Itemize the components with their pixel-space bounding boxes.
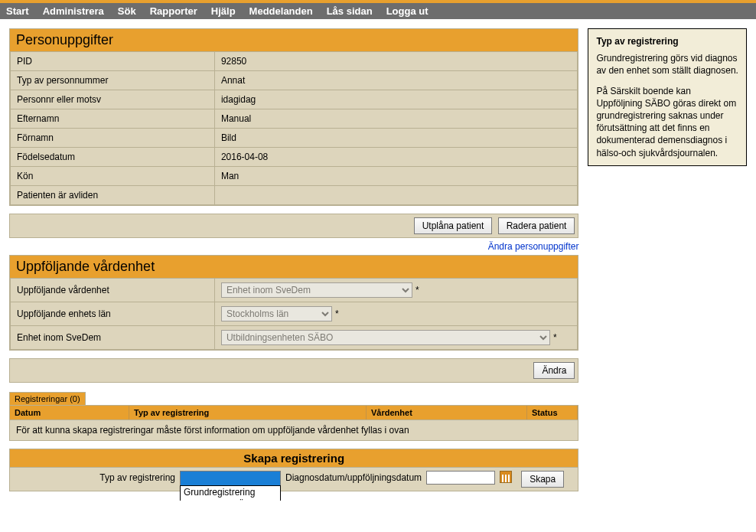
change-button[interactable]: Ändra bbox=[533, 362, 575, 379]
follow-key: Uppföljande enhets län bbox=[11, 302, 215, 326]
menu-meddelanden[interactable]: Meddelanden bbox=[249, 5, 313, 17]
follow-buttons: Ändra bbox=[9, 358, 578, 383]
create-row: Typ av registrering Grundregistrering Up… bbox=[9, 468, 578, 491]
reg-type-option[interactable]: Uppföljning SÄBO bbox=[181, 498, 280, 501]
required-star: * bbox=[335, 308, 339, 319]
menu-logga-ut[interactable]: Logga ut bbox=[386, 5, 429, 17]
follow-val: Enhet inom SveDem* bbox=[214, 279, 578, 302]
person-block: Personuppgifter PID92850 Typ av personnu… bbox=[9, 28, 578, 206]
person-key: Kön bbox=[11, 167, 215, 186]
menu-las-sidan[interactable]: Lås sidan bbox=[327, 5, 373, 17]
person-key: Födelsedatum bbox=[11, 148, 215, 167]
reg-type-dropdown: Grundregistrering Uppföljning SÄBO bbox=[180, 485, 281, 501]
follow-val: Utbildningsenheten SÄBO* bbox=[214, 326, 578, 350]
create-type-label: Typ av registrering bbox=[16, 471, 175, 483]
help-panel: Typ av registrering Grundregistrering gö… bbox=[588, 28, 747, 166]
person-val: Manual bbox=[214, 109, 578, 129]
help-text: På Särskilt boende kan Uppföljning SÄBO … bbox=[596, 85, 738, 159]
wipe-patient-button[interactable]: Utplåna patient bbox=[414, 217, 493, 234]
follow-unit-select[interactable]: Enhet inom SveDem bbox=[221, 282, 412, 298]
col-vardenhet: Vårdenhet bbox=[367, 406, 527, 419]
person-key: Efternamn bbox=[11, 109, 215, 129]
follow-header: Uppföljande vårdenhet bbox=[10, 256, 578, 278]
reg-type-option[interactable]: Grundregistrering bbox=[181, 486, 280, 498]
follow-key: Uppföljande vårdenhet bbox=[11, 279, 215, 302]
col-typ: Typ av registrering bbox=[129, 406, 367, 419]
person-key: PID bbox=[11, 52, 215, 71]
person-val bbox=[214, 186, 578, 205]
menu-hjalp[interactable]: Hjälp bbox=[211, 5, 236, 17]
follow-table: Uppföljande vårdenhet Enhet inom SveDem*… bbox=[10, 278, 578, 350]
person-val: 2016-04-08 bbox=[214, 148, 578, 167]
person-buttons: Utplåna patient Radera patient bbox=[9, 214, 578, 238]
person-val: Bild bbox=[214, 129, 578, 148]
col-status: Status bbox=[527, 406, 578, 419]
person-key: Typ av personnummer bbox=[11, 71, 215, 90]
help-title: Typ av registrering bbox=[596, 35, 738, 47]
registrations-head: Datum Typ av registrering Vårdenhet Stat… bbox=[9, 405, 578, 420]
delete-patient-button[interactable]: Radera patient bbox=[498, 217, 575, 234]
person-val: Annat bbox=[214, 71, 578, 90]
person-key: Förnamn bbox=[11, 129, 215, 148]
follow-val: Stockholms län* bbox=[214, 302, 578, 326]
person-val: Man bbox=[214, 167, 578, 186]
menu-start[interactable]: Start bbox=[6, 5, 29, 17]
create-header: Skapa registrering bbox=[9, 449, 578, 468]
diagnos-date-input[interactable] bbox=[426, 471, 495, 485]
follow-key: Enhet inom SveDem bbox=[11, 326, 215, 350]
required-star: * bbox=[415, 285, 419, 295]
create-date-label: Diagnosdatum/uppföljningsdatum bbox=[285, 471, 422, 483]
follow-block: Uppföljande vårdenhet Uppföljande vården… bbox=[9, 255, 578, 351]
person-val: 92850 bbox=[214, 52, 578, 71]
edit-person-link[interactable]: Ändra personuppgifter bbox=[488, 241, 579, 252]
help-text: Grundregistrering görs vid diagnos av de… bbox=[596, 52, 738, 77]
registrations-tab[interactable]: Registreringar (0) bbox=[9, 392, 86, 405]
registrations-info: För att kunna skapa registreringar måste… bbox=[9, 420, 578, 441]
main-menu: Start Administrera Sök Rapporter Hjälp M… bbox=[0, 3, 756, 19]
person-header: Personuppgifter bbox=[10, 29, 578, 51]
menu-sok[interactable]: Sök bbox=[118, 5, 136, 17]
reg-type-select[interactable] bbox=[180, 471, 281, 486]
col-datum: Datum bbox=[10, 406, 129, 419]
person-key: Personnr eller motsv bbox=[11, 90, 215, 109]
follow-lan-select[interactable]: Stockholms län bbox=[221, 306, 332, 321]
follow-svedem-select[interactable]: Utbildningsenheten SÄBO bbox=[221, 330, 550, 345]
calendar-icon[interactable] bbox=[500, 471, 512, 483]
required-star: * bbox=[553, 332, 557, 343]
create-button[interactable]: Skapa bbox=[521, 471, 564, 488]
person-key: Patienten är avliden bbox=[11, 186, 215, 205]
menu-administrera[interactable]: Administrera bbox=[43, 5, 104, 17]
person-table: PID92850 Typ av personnummerAnnat Person… bbox=[10, 51, 578, 205]
person-val: idagidag bbox=[214, 90, 578, 109]
menu-rapporter[interactable]: Rapporter bbox=[150, 5, 197, 17]
